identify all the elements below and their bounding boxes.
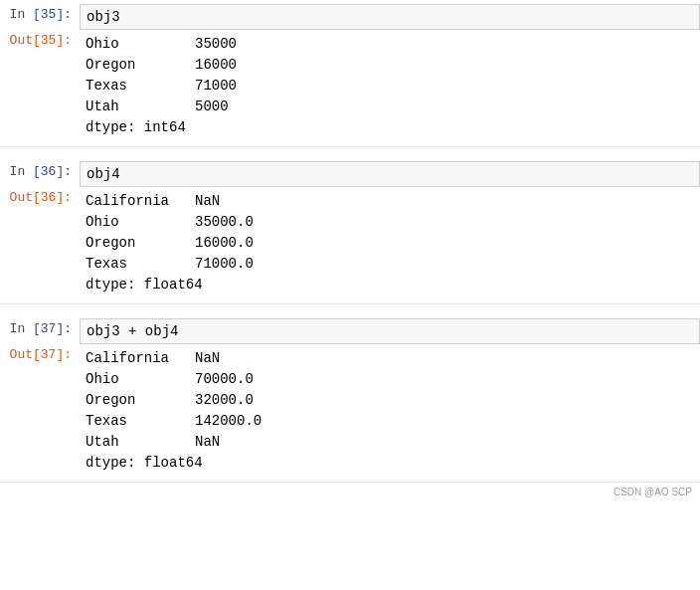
output-val: 71000.0 [195, 254, 254, 275]
output-key: Texas [86, 411, 195, 432]
output-key: California [86, 191, 195, 212]
output-val: NaN [195, 432, 220, 453]
cell-35: In [35]: obj3 Out[35]: Ohio 35000 Oregon… [0, 0, 700, 147]
cell-37: In [37]: obj3 + obj4 Out[37]: California… [0, 314, 700, 483]
output-key: Oregon [86, 233, 195, 254]
output-val: 16000.0 [195, 233, 254, 254]
output-line: Oregon 16000 [86, 55, 694, 76]
output-line: Oregon 16000.0 [86, 233, 694, 254]
output-val: 16000 [195, 55, 237, 76]
output-val: NaN [195, 191, 220, 212]
cell-37-input-row: In [37]: obj3 + obj4 [0, 318, 700, 344]
cell-37-output-row: Out[37]: California NaN Ohio 70000.0 Ore… [0, 344, 700, 478]
input-36-text: obj4 [87, 166, 120, 182]
output-line: Utah NaN [86, 432, 694, 453]
output-val: 35000.0 [195, 212, 254, 233]
output-35: Ohio 35000 Oregon 16000 Texas 71000 Utah… [80, 30, 700, 142]
spacer-1 [0, 147, 700, 157]
output-key: Ohio [86, 369, 195, 390]
watermark: CSDN @AO SCP [0, 483, 700, 501]
output-val: 5000 [195, 97, 229, 117]
output-key: Oregon [86, 390, 195, 411]
output-36: California NaN Ohio 35000.0 Oregon 16000… [80, 187, 700, 299]
spacer-2 [0, 304, 700, 314]
output-key: Utah [86, 97, 195, 117]
output-line: Oregon 32000.0 [86, 390, 694, 411]
in-prompt-37: In [37]: [0, 318, 80, 336]
cell-36: In [36]: obj4 Out[36]: California NaN Oh… [0, 157, 700, 304]
cell-35-input-row: In [35]: obj3 [0, 4, 700, 30]
out-prompt-36: Out[36]: [0, 187, 80, 205]
out-prompt-37: Out[37]: [0, 344, 80, 362]
input-37-plus: + [120, 323, 145, 339]
output-line: Ohio 35000.0 [86, 212, 694, 233]
output-key: Ohio [86, 212, 195, 233]
output-line: California NaN [86, 348, 694, 369]
output-key: Texas [86, 254, 195, 275]
output-key: Texas [86, 76, 195, 97]
input-37[interactable]: obj3 + obj4 [80, 318, 700, 344]
output-line: Ohio 35000 [86, 34, 694, 55]
cell-35-output-row: Out[35]: Ohio 35000 Oregon 16000 Texas 7… [0, 30, 700, 142]
output-line: Texas 71000 [86, 76, 694, 97]
notebook: In [35]: obj3 Out[35]: Ohio 35000 Oregon… [0, 0, 700, 501]
cell-36-output-row: Out[36]: California NaN Ohio 35000.0 Ore… [0, 187, 700, 299]
output-line: Texas 142000.0 [86, 411, 694, 432]
in-prompt-35: In [35]: [0, 4, 80, 22]
input-35[interactable]: obj3 [80, 4, 700, 30]
output-val: 70000.0 [195, 369, 254, 390]
output-line: Utah 5000 [86, 97, 694, 117]
output-val: 35000 [195, 34, 237, 55]
output-37: California NaN Ohio 70000.0 Oregon 32000… [80, 344, 700, 478]
output-val: 142000.0 [195, 411, 262, 432]
output-val: 32000.0 [195, 390, 254, 411]
output-val: 71000 [195, 76, 237, 97]
cell-36-input-row: In [36]: obj4 [0, 161, 700, 187]
input-37-obj4: obj4 [145, 323, 179, 339]
output-line: Texas 71000.0 [86, 254, 694, 275]
output-key: Ohio [86, 34, 195, 55]
out-prompt-35: Out[35]: [0, 30, 80, 48]
output-key: California [86, 348, 195, 369]
output-key: Oregon [86, 55, 195, 76]
input-35-text: obj3 [87, 9, 120, 25]
output-dtype: dtype: int64 [86, 117, 694, 138]
in-prompt-36: In [36]: [0, 161, 80, 179]
output-line: Ohio 70000.0 [86, 369, 694, 390]
input-37-obj3: obj3 [87, 323, 120, 339]
output-key: Utah [86, 432, 195, 453]
output-val: NaN [195, 348, 220, 369]
output-dtype: dtype: float64 [86, 453, 694, 474]
input-36[interactable]: obj4 [80, 161, 700, 187]
output-dtype: dtype: float64 [86, 275, 694, 295]
output-line: California NaN [86, 191, 694, 212]
